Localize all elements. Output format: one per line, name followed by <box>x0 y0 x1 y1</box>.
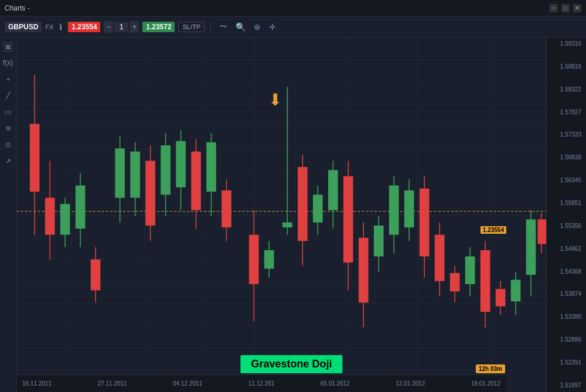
toolbar-separator <box>210 21 211 33</box>
time-label-4: 11.12.201 <box>248 380 275 387</box>
svg-rect-56 <box>298 167 308 241</box>
svg-rect-40 <box>161 145 171 195</box>
time-axis: 16.11.2011 27.11.2011 04.12.2011 11.12.2… <box>16 374 506 392</box>
svg-rect-24 <box>30 124 40 192</box>
share-icon[interactable]: ↗ <box>4 156 13 166</box>
type-label: FX <box>45 23 53 30</box>
svg-rect-54 <box>282 223 292 227</box>
wave-icon[interactable]: 〜 <box>217 21 230 33</box>
zoom-in-icon[interactable]: ⊕ <box>251 21 263 33</box>
price-level-8: 1.55851 <box>549 199 584 207</box>
svg-rect-32 <box>91 260 101 291</box>
svg-rect-42 <box>176 141 186 188</box>
price-level-6: 1.56839 <box>549 154 584 162</box>
time-label-2: 27.11.2011 <box>98 380 127 387</box>
current-price-tag: 1.23554 <box>481 226 506 234</box>
time-countdown-label: 12h 03m <box>476 364 505 373</box>
zoom-out-icon[interactable]: 🔍 <box>233 21 248 33</box>
buy-price[interactable]: 1.23572 <box>142 22 175 32</box>
title-bar-left: Charts - <box>5 4 30 12</box>
price-level-11: 1.54368 <box>549 268 584 276</box>
add-icon[interactable]: ＋ <box>3 74 13 84</box>
chart-area[interactable]: ⬇ 16.11.2011 27.11.2011 04.12.2011 11.12… <box>16 38 546 392</box>
rectangle-icon[interactable]: ▭ <box>3 107 13 117</box>
price-level-5: 1.57333 <box>549 131 584 139</box>
price-level-9: 1.55356 <box>549 222 584 230</box>
price-level-7: 1.56345 <box>549 176 584 185</box>
svg-rect-66 <box>374 226 384 257</box>
sell-price[interactable]: 1.23554 <box>68 22 100 32</box>
svg-rect-78 <box>465 257 475 284</box>
svg-rect-44 <box>191 152 201 210</box>
svg-rect-46 <box>206 142 216 192</box>
svg-rect-76 <box>450 273 460 292</box>
svg-rect-26 <box>45 198 55 235</box>
qty-value: 1 <box>114 22 128 32</box>
svg-rect-34 <box>115 148 125 197</box>
left-sidebar: ▦ f(x) ＋ ╱ ▭ ≋ ⊙ ↗ <box>0 38 16 392</box>
price-level-1: 1.59310 <box>549 40 584 48</box>
price-level-13: 1.53380 <box>549 313 584 321</box>
close-button[interactable]: ✕ <box>573 4 581 12</box>
sltp-button[interactable]: SL/TP <box>178 22 205 32</box>
pattern-label: Gravestone Doji <box>240 355 342 373</box>
svg-rect-84 <box>511 280 521 302</box>
svg-rect-72 <box>420 189 430 257</box>
info-icon[interactable]: ℹ <box>57 21 64 33</box>
price-level-3: 1.58322 <box>549 86 584 94</box>
svg-rect-48 <box>222 190 231 227</box>
svg-rect-38 <box>145 161 155 225</box>
svg-rect-70 <box>404 190 414 227</box>
down-arrow-indicator: ⬇ <box>268 90 282 110</box>
title-bar: Charts - ─ □ ✕ <box>0 0 586 16</box>
chart-type-icon[interactable]: ▦ <box>4 42 12 52</box>
indicator-icon[interactable]: ≋ <box>4 123 13 134</box>
svg-rect-52 <box>264 250 274 269</box>
svg-rect-60 <box>328 170 338 210</box>
price-level-16: 1.51897 <box>549 381 584 390</box>
price-axis: 1.59310 1.58816 1.58322 1.57827 1.57333 … <box>546 38 586 392</box>
time-label-3: 04.12.2011 <box>173 380 202 387</box>
price-level-15: 1.52391 <box>549 359 584 367</box>
price-level-2: 1.58816 <box>549 63 584 71</box>
svg-rect-80 <box>481 250 490 312</box>
qty-control: − 1 + <box>104 21 139 33</box>
svg-rect-86 <box>526 219 536 275</box>
price-level-12: 1.53874 <box>549 290 584 298</box>
svg-rect-62 <box>343 176 353 263</box>
chart-container: ▦ f(x) ＋ ╱ ▭ ≋ ⊙ ↗ <box>0 38 586 392</box>
svg-rect-88 <box>537 219 546 244</box>
function-icon[interactable]: f(x) <box>1 57 15 68</box>
time-label-5: 65.01.2012 <box>321 380 350 387</box>
price-level-14: 1.52886 <box>549 336 584 344</box>
svg-rect-36 <box>130 152 140 198</box>
price-level-4: 1.57827 <box>549 108 584 117</box>
svg-rect-58 <box>313 195 323 222</box>
crosshair-icon[interactable]: ✛ <box>267 21 278 33</box>
time-label-7: 19.01.2012 <box>471 380 500 387</box>
time-label-1: 16.11.2011 <box>22 380 52 387</box>
svg-rect-68 <box>389 186 399 235</box>
svg-rect-50 <box>249 235 259 284</box>
svg-rect-28 <box>60 204 70 235</box>
price-level-10: 1.54862 <box>549 245 584 253</box>
svg-rect-30 <box>76 186 86 229</box>
qty-minus-button[interactable]: − <box>104 21 113 33</box>
svg-rect-74 <box>435 235 445 281</box>
layers-icon[interactable]: ⊙ <box>4 139 13 150</box>
app-title: Charts - <box>5 4 30 12</box>
toolbar: GBPUSD FX ℹ 1.23554 − 1 + 1.23572 SL/TP … <box>0 16 586 38</box>
minimize-button[interactable]: ─ <box>550 4 558 12</box>
maximize-button[interactable]: □ <box>561 4 570 12</box>
symbol-badge[interactable]: GBPUSD <box>5 22 42 32</box>
qty-plus-button[interactable]: + <box>130 21 139 33</box>
svg-rect-64 <box>359 238 369 302</box>
line-icon[interactable]: ╱ <box>4 90 12 101</box>
title-bar-controls: ─ □ ✕ <box>550 4 581 12</box>
svg-rect-82 <box>496 289 506 306</box>
time-label-6: 12.01.2012 <box>396 380 425 387</box>
